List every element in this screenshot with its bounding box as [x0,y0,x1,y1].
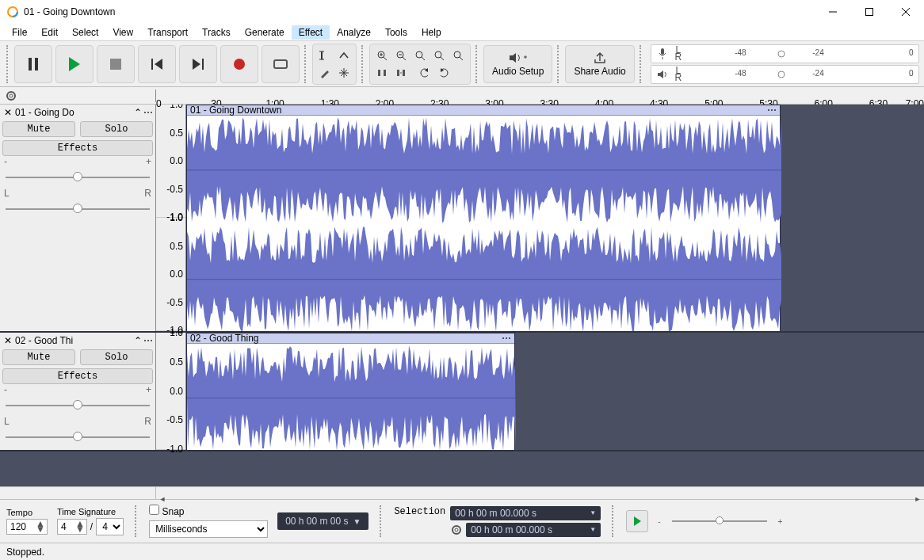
track-name[interactable]: 02 - Good Thi [15,335,132,346]
audio-clip[interactable]: 01 - Going Downtown⋯ [186,105,781,331]
effects-button[interactable]: Effects [2,368,153,384]
mute-button[interactable]: Mute [2,121,75,137]
audio-clip[interactable]: 02 - Good Thing⋯ [186,333,515,450]
playback-meter[interactable]: LR -48-240 [651,65,919,84]
skip-end-button[interactable] [179,45,217,83]
toolbar-grip[interactable] [135,505,138,537]
snap-checkbox[interactable]: Snap [149,505,268,517]
waveform-area[interactable]: 02 - Good Thing⋯ [186,333,924,450]
menu-analyze[interactable]: Analyze [330,25,378,40]
main-timecode[interactable]: 00 h 00 m 00 s▼ [277,512,368,530]
waveform-area[interactable]: 01 - Going Downtown⋯ [186,105,924,331]
toolbar-grip[interactable] [6,45,10,83]
solo-button[interactable]: Solo [80,349,153,365]
window-maximize-button[interactable] [851,0,888,24]
toolbar-grip[interactable] [557,45,560,83]
dropdown-icon[interactable]: ▼ [353,517,361,526]
collapse-icon[interactable]: ⌃ [134,335,142,346]
fit-selection-icon[interactable] [411,48,429,63]
track-close-button[interactable]: ✕ [2,335,13,346]
clip-menu-icon[interactable]: ⋯ [767,105,777,116]
horizontal-scrollbar[interactable]: ◄► [0,486,924,499]
tempo-input[interactable]: ▲▼ [6,519,48,535]
gain-slider[interactable] [6,172,150,183]
window-minimize-button[interactable] [815,0,851,24]
redo-icon[interactable] [435,65,452,81]
pan-slider[interactable] [6,432,150,443]
play-button[interactable] [55,45,94,83]
menu-select[interactable]: Select [65,25,105,40]
ts-denominator-select[interactable]: 4 [96,518,124,535]
menu-generate[interactable]: Generate [238,25,292,40]
gain-slider[interactable] [6,400,150,411]
menu-edit[interactable]: Edit [34,25,65,40]
window-close-button[interactable] [888,0,924,24]
menu-help[interactable]: Help [414,25,449,40]
titlebar: 01 - Going Downtown [0,0,924,24]
stop-button[interactable] [97,45,135,83]
svg-rect-3 [866,9,873,16]
share-audio-button[interactable]: Share Audio [565,45,634,83]
timeline-ruler[interactable]: 0301:001:302:002:303:003:304:004:305:005… [0,87,924,105]
menu-transport[interactable]: Transport [140,25,195,40]
snap-unit-select[interactable]: Milliseconds [149,520,268,538]
bottom-toolbar: Tempo ▲▼ Time Signature ▲▼ / 4 Snap Mill… [0,499,924,543]
trim-icon[interactable] [373,65,391,81]
track-close-button[interactable]: ✕ [2,107,13,118]
draw-tool-icon[interactable] [316,65,334,81]
zoom-toggle-icon[interactable] [449,48,467,63]
menubar: FileEditSelectViewTransportTracksGenerat… [0,24,924,41]
effects-button[interactable]: Effects [2,140,153,156]
record-meter[interactable]: LR -48-240 [651,44,919,63]
mute-button[interactable]: Mute [2,349,75,365]
multi-tool-icon[interactable] [335,65,353,81]
track-menu-icon[interactable]: ⋯ [143,335,153,346]
menu-tools[interactable]: Tools [378,25,414,40]
ts-numerator-input[interactable]: ▲▼ [57,519,87,535]
toolbar-grip[interactable] [612,505,615,537]
zoom-out-icon[interactable] [392,48,410,63]
skip-start-button[interactable] [138,45,176,83]
clip-title: 02 - Good Thing [190,333,259,344]
mic-icon [651,48,674,60]
playback-speed-slider[interactable] [664,515,775,528]
track-name[interactable]: 01 - Going Do [15,107,132,118]
fit-project-icon[interactable] [430,48,448,63]
tools-group [312,44,357,85]
toolbar-grip[interactable] [304,45,307,83]
solo-button[interactable]: Solo [80,121,153,137]
loop-button[interactable] [262,45,300,83]
gear-icon[interactable] [5,90,17,102]
tracks-area: ✕01 - Going Do⌃⋯MuteSoloEffects-+LR1.00.… [0,105,924,486]
pan-slider[interactable] [6,204,150,215]
envelope-tool-icon[interactable] [335,48,353,63]
toolbar-grip[interactable] [640,45,643,83]
record-button[interactable] [220,45,258,83]
toolbar-grip[interactable] [361,45,365,83]
track-menu-icon[interactable]: ⋯ [143,107,153,118]
zoom-in-icon[interactable] [373,48,391,63]
play-at-speed-button[interactable] [626,510,648,532]
svg-line-21 [422,57,425,60]
selection-end-timecode[interactable]: 00 h 00 m 00.000 s▼ [466,523,601,537]
menu-tracks[interactable]: Tracks [195,25,238,40]
silence-icon[interactable] [392,65,410,81]
svg-rect-26 [378,70,380,76]
toolbar-grip[interactable] [475,45,479,83]
menu-view[interactable]: View [105,25,140,40]
undo-icon[interactable] [416,65,433,81]
audio-setup-label: Audio Setup [492,66,544,77]
clip-title: 01 - Going Downtown [190,105,281,116]
menu-file[interactable]: File [5,25,34,40]
selection-start-timecode[interactable]: 00 h 00 m 00.000 s▼ [450,506,601,520]
menu-effect[interactable]: Effect [292,25,330,40]
svg-rect-31 [661,48,664,55]
audio-setup-button[interactable]: Audio Setup [483,45,552,83]
gear-icon[interactable] [450,524,463,536]
collapse-icon[interactable]: ⌃ [134,107,142,118]
pause-button[interactable] [14,45,52,83]
svg-point-34 [778,71,785,78]
clip-menu-icon[interactable]: ⋯ [502,333,511,344]
selection-tool-icon[interactable] [316,48,334,63]
toolbar-grip[interactable] [380,505,383,537]
